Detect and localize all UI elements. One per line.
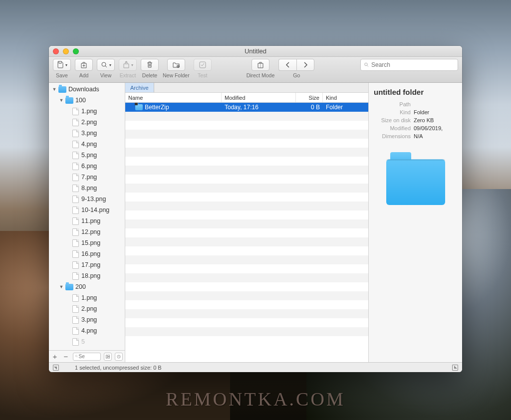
view-button[interactable]: ▾ — [97, 59, 115, 71]
table-row-empty — [125, 175, 368, 184]
chevron-down-icon: ▾ — [131, 63, 133, 67]
search-input[interactable] — [360, 59, 458, 71]
tree-row[interactable]: 4.png — [49, 325, 125, 336]
chevron-right-icon — [301, 61, 309, 69]
tree-row[interactable]: ▼200 — [49, 281, 125, 292]
add-icon — [80, 61, 88, 69]
save-label: Save — [56, 72, 68, 78]
add-button[interactable] — [75, 59, 93, 71]
extract-button[interactable]: ▾ — [119, 59, 137, 71]
svg-rect-7 — [108, 357, 110, 358]
minimize-icon[interactable] — [63, 48, 69, 54]
col-modified[interactable]: Modified — [222, 93, 296, 102]
titlebar[interactable]: Untitled — [49, 46, 462, 57]
go-forward-button[interactable] — [296, 59, 314, 71]
close-icon[interactable] — [53, 48, 59, 54]
new-folder-label: New Folder — [163, 72, 190, 78]
sidebar-footer: + − — [49, 350, 125, 362]
tab-bar: Archive — [125, 83, 368, 93]
save-icon — [56, 61, 64, 69]
tree-row[interactable]: 3.png — [49, 314, 125, 325]
tree-row[interactable]: 11.png — [49, 215, 125, 226]
table-row-empty — [125, 121, 368, 130]
direct-mode-button[interactable] — [252, 59, 269, 71]
remove-source-button[interactable]: − — [62, 352, 70, 361]
dimensions-label: Dimensions — [374, 133, 414, 139]
tree-row[interactable]: ▼Downloads — [49, 84, 125, 95]
tree-row[interactable]: 1.png — [49, 292, 125, 303]
column-headers[interactable]: Name Modified Size Kind — [125, 93, 368, 103]
tree-row[interactable]: 4.png — [49, 139, 125, 150]
table-row-empty — [125, 166, 368, 175]
table-row-empty — [125, 255, 368, 264]
inspector-title: untitled folder — [374, 88, 457, 96]
tree-row[interactable]: 5.png — [49, 150, 125, 161]
tree-row[interactable]: 10-14.png — [49, 205, 125, 215]
table-row-empty — [125, 228, 368, 237]
table-row-empty — [125, 336, 368, 345]
col-name[interactable]: Name — [125, 93, 222, 102]
test-button[interactable] — [194, 59, 212, 71]
add-label: Add — [79, 72, 89, 78]
svg-point-4 — [75, 355, 77, 357]
tree-row[interactable]: 1.png — [49, 106, 125, 117]
test-label: Test — [198, 72, 207, 78]
kind-label: Kind — [374, 109, 414, 115]
collapse-left-icon[interactable] — [53, 365, 59, 371]
sidebar-tool-1[interactable] — [104, 353, 112, 361]
direct-mode-label: Direct Mode — [247, 72, 275, 78]
add-source-button[interactable]: + — [51, 352, 59, 361]
tree-row[interactable]: ▼100 — [49, 95, 125, 106]
search-icon — [75, 354, 79, 359]
path-label: Path — [374, 101, 414, 107]
file-list[interactable]: BetterZipToday, 17:160 BFolder — [125, 103, 368, 362]
main-content: Archive Name Modified Size Kind BetterZi… — [125, 83, 369, 362]
status-bar: 1 selected, uncompressed size: 0 B — [49, 362, 462, 372]
file-tree[interactable]: ▼Downloads▼1001.png2.png3.png4.png5.png6… — [49, 83, 125, 350]
tree-row[interactable]: 5 — [49, 336, 125, 347]
table-row[interactable]: BetterZipToday, 17:160 BFolder — [125, 103, 368, 112]
table-row-empty — [125, 246, 368, 255]
save-button[interactable]: ▾ — [53, 59, 71, 71]
tree-row[interactable]: 16.png — [49, 248, 125, 259]
col-kind[interactable]: Kind — [323, 93, 368, 102]
tree-row[interactable]: 17.png — [49, 259, 125, 270]
sidebar-filter-field[interactable] — [79, 354, 99, 359]
tab-archive[interactable]: Archive — [125, 83, 154, 92]
go-back-button[interactable] — [278, 59, 296, 71]
tree-row[interactable]: 2.png — [49, 117, 125, 128]
extract-icon — [122, 61, 130, 69]
tree-row[interactable]: 2.png — [49, 303, 125, 314]
delete-button[interactable] — [141, 59, 159, 71]
tree-row[interactable]: 18.png — [49, 270, 125, 281]
sidebar-filter[interactable] — [73, 353, 101, 361]
new-folder-icon — [172, 61, 180, 69]
svg-point-3 — [365, 63, 368, 66]
tree-row[interactable]: 6.png — [49, 161, 125, 172]
tree-row[interactable]: 3.png — [49, 128, 125, 139]
tree-row[interactable]: 12.png — [49, 226, 125, 237]
collapse-right-icon[interactable] — [452, 365, 458, 371]
table-row-empty — [125, 282, 368, 291]
chevron-down-icon: ▾ — [109, 63, 111, 67]
table-row-empty — [125, 309, 368, 318]
col-size[interactable]: Size — [296, 93, 323, 102]
chevron-down-icon: ▾ — [65, 63, 67, 67]
tree-row[interactable]: 7.png — [49, 172, 125, 183]
sidebar-tool-2[interactable] — [115, 353, 123, 361]
modified-label: Modified — [374, 125, 414, 131]
tree-row[interactable]: 15.png — [49, 237, 125, 248]
sidebar: ▼Downloads▼1001.png2.png3.png4.png5.png6… — [49, 83, 125, 362]
zoom-icon[interactable] — [73, 48, 79, 54]
direct-mode-icon — [256, 61, 264, 69]
new-folder-button[interactable] — [167, 59, 185, 71]
search-field[interactable] — [371, 61, 455, 68]
table-row-empty — [125, 157, 368, 166]
table-row-empty — [125, 210, 368, 219]
status-text: 1 selected, uncompressed size: 0 B — [75, 365, 162, 371]
table-row-empty — [125, 193, 368, 202]
tree-row[interactable]: 8.png — [49, 183, 125, 194]
tree-row[interactable]: 9-13.png — [49, 194, 125, 205]
watermark-text: REMONTKA.COM — [166, 388, 345, 410]
table-row-empty — [125, 130, 368, 139]
